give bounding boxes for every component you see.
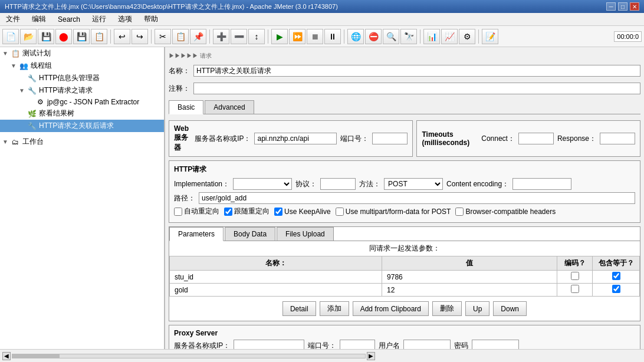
keep-alive-checkbox[interactable]: [274, 208, 282, 216]
row2-encoded-cb[interactable]: [571, 285, 579, 293]
toolbar-copy[interactable]: 📋: [172, 29, 189, 44]
row2-include-cb[interactable]: [612, 285, 620, 293]
row2-include[interactable]: [593, 284, 640, 297]
up-button[interactable]: Up: [465, 301, 489, 316]
multipart-checkbox[interactable]: [336, 208, 344, 216]
tab-files-upload[interactable]: Files Upload: [277, 227, 334, 241]
toolbar-redo[interactable]: ↪: [132, 29, 148, 44]
encoding-input[interactable]: [512, 178, 571, 190]
browser-headers-checkbox[interactable]: [455, 208, 464, 216]
response-input[interactable]: [600, 133, 635, 144]
row1-value[interactable]: 9786: [382, 271, 557, 284]
toggle-test-plan[interactable]: ▼: [2, 50, 8, 57]
toolbar-stop[interactable]: ⏹: [307, 29, 323, 44]
toolbar-templates[interactable]: 📝: [482, 29, 498, 44]
row2-encoded[interactable]: [557, 284, 593, 297]
tree-item-workbench[interactable]: ▼ 🗂 工作台: [0, 136, 164, 148]
toolbar-func2[interactable]: 📈: [441, 29, 458, 44]
toolbar-paste[interactable]: 📌: [190, 29, 206, 44]
toolbar-func3[interactable]: ⚙: [459, 29, 475, 44]
toolbar-add[interactable]: ➕: [213, 29, 229, 44]
detail-button[interactable]: Detail: [282, 301, 316, 316]
follow-redirect-label[interactable]: 跟随重定向: [224, 206, 270, 216]
toggle-thread-group[interactable]: ▼: [11, 62, 17, 69]
menu-search[interactable]: Search: [54, 14, 84, 25]
toolbar-clear-all[interactable]: 🔭: [400, 29, 417, 44]
row1-include[interactable]: [593, 271, 640, 284]
tab-basic[interactable]: Basic: [169, 100, 203, 114]
toolbar-run-no-pause[interactable]: ⏩: [289, 29, 305, 44]
toolbar-new[interactable]: 📄: [2, 29, 19, 44]
maximize-button[interactable]: □: [618, 2, 627, 11]
down-button[interactable]: Down: [493, 301, 527, 316]
menu-options[interactable]: 选项: [114, 13, 136, 25]
keep-alive-label[interactable]: Use KeepAlive: [274, 208, 331, 216]
auto-redirect-label[interactable]: 自动重定向: [174, 206, 219, 216]
row1-name[interactable]: stu_id: [170, 271, 382, 284]
toolbar-cut[interactable]: ✂: [155, 29, 171, 44]
tree-item-result-tree[interactable]: 🌿 察看结果树: [0, 107, 164, 120]
toolbar-undo[interactable]: ↩: [114, 29, 130, 44]
menu-help[interactable]: 帮助: [140, 13, 162, 25]
delete-button[interactable]: 删除: [432, 301, 462, 316]
toolbar-remove[interactable]: ➖: [231, 29, 247, 44]
toolbar-revert[interactable]: 📋: [91, 29, 107, 44]
menu-file[interactable]: 文件: [2, 13, 24, 25]
server-ip-input[interactable]: [254, 133, 337, 144]
tree-item-test-plan[interactable]: ▼ 📋 测试计划: [0, 47, 164, 60]
add-clipboard-button[interactable]: Add from Clipboard: [353, 301, 429, 316]
row2-name[interactable]: gold: [170, 284, 382, 297]
toolbar-stop-red[interactable]: ⬤: [55, 29, 72, 44]
toolbar-expand[interactable]: ↕: [248, 29, 265, 44]
close-button[interactable]: ✕: [630, 2, 639, 11]
multipart-label[interactable]: Use multipart/form-data for POST: [336, 208, 451, 216]
proxy-server-input[interactable]: [234, 340, 304, 349]
separator-1: [110, 29, 111, 44]
scroll-left[interactable]: ◀: [2, 352, 11, 360]
toggle-http-request[interactable]: ▼: [19, 87, 25, 94]
toolbar-remote-start[interactable]: 🌐: [347, 29, 364, 44]
impl-select[interactable]: [233, 178, 292, 190]
minimize-button[interactable]: ─: [606, 2, 616, 11]
browser-headers-label[interactable]: Browser-compatible headers: [455, 208, 556, 216]
add-button[interactable]: 添加: [320, 301, 349, 316]
proxy-port-input[interactable]: [340, 340, 375, 349]
toolbar-open[interactable]: 📂: [20, 29, 37, 44]
row1-encoded-cb[interactable]: [571, 272, 579, 280]
name-input[interactable]: [193, 65, 640, 77]
toolbar-save-as[interactable]: 💾: [38, 29, 54, 44]
tree-item-http-request[interactable]: ▼ 🔧 HTTP请求之请求: [0, 84, 164, 97]
tree-item-http-after[interactable]: 🔧 HTTP请求之关联后请求: [0, 120, 164, 132]
web-server-section: Web服务器 服务器名称或IP： 端口号：: [169, 120, 413, 157]
connect-input[interactable]: [518, 133, 554, 144]
row1-encoded[interactable]: [557, 271, 593, 284]
method-select[interactable]: POST GET PUT DELETE: [384, 178, 443, 190]
auto-redirect-checkbox[interactable]: [174, 208, 182, 216]
scroll-track[interactable]: [12, 354, 366, 358]
proxy-pass-input[interactable]: [472, 340, 519, 349]
toggle-workbench[interactable]: ▼: [2, 139, 8, 145]
toolbar-remote-stop[interactable]: ⛔: [365, 29, 382, 44]
proxy-user-input[interactable]: [403, 340, 451, 349]
follow-redirect-checkbox[interactable]: [224, 208, 232, 216]
toolbar-shutdown[interactable]: ⏸: [324, 29, 341, 44]
toolbar-func1[interactable]: 📊: [423, 29, 440, 44]
comment-input[interactable]: [193, 83, 640, 94]
tree-item-http-header[interactable]: 🔧 HTTP信息头管理器: [0, 72, 164, 84]
tab-parameters[interactable]: Parameters: [169, 227, 224, 241]
row2-value[interactable]: 12: [382, 284, 557, 297]
tab-advanced[interactable]: Advanced: [205, 100, 254, 114]
protocol-input[interactable]: [320, 178, 356, 190]
path-input[interactable]: [199, 192, 635, 204]
menu-edit[interactable]: 编辑: [28, 13, 50, 25]
toolbar-save[interactable]: 💾: [73, 29, 90, 44]
tree-item-json-extractor[interactable]: ⚙ jp@gc - JSON Path Extractor: [0, 97, 164, 107]
scroll-right[interactable]: ▶: [367, 352, 375, 360]
toolbar-clear[interactable]: 🔍: [383, 29, 399, 44]
menu-run[interactable]: 运行: [88, 13, 110, 25]
tab-body-data[interactable]: Body Data: [225, 227, 275, 241]
port-input[interactable]: [372, 133, 408, 144]
tree-item-thread-group[interactable]: ▼ 👥 线程组: [0, 60, 164, 72]
toolbar-run[interactable]: ▶: [271, 29, 288, 44]
row1-include-cb[interactable]: [612, 272, 620, 280]
